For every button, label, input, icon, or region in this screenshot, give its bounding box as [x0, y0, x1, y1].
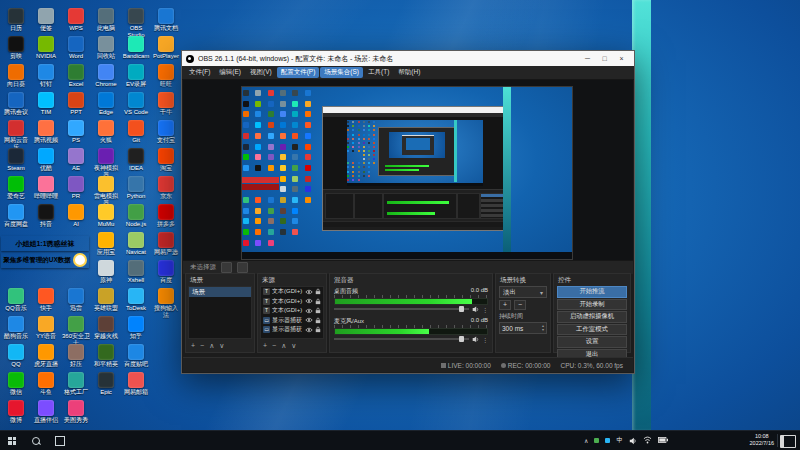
desktop-icon[interactable]: 迅雷 [62, 288, 90, 312]
move-source-down-button[interactable]: ∨ [291, 342, 296, 350]
desktop-icon-image[interactable] [38, 288, 54, 304]
desktop-icon-image[interactable] [68, 372, 84, 388]
desktop-icon-image[interactable] [38, 148, 54, 164]
desktop-icon[interactable]: 虎牙直播 [32, 344, 60, 368]
desktop-icon[interactable]: 此电脑 [92, 8, 120, 32]
move-source-up-button[interactable]: ∧ [281, 342, 286, 350]
desktop-icon[interactable]: Epic [92, 372, 120, 396]
desktop-banner-image[interactable]: 聚焦多维管理的UX数据 [1, 252, 89, 268]
menu-help[interactable]: 帮助(H) [394, 67, 424, 78]
desktop-icon[interactable]: 旺旺 [152, 64, 180, 88]
desktop-icon-image[interactable] [38, 36, 54, 52]
desktop-icon-image[interactable] [158, 204, 174, 220]
lock-icon[interactable] [237, 262, 248, 273]
desktop-icon[interactable]: 和平精英 [92, 344, 120, 368]
desktop-icon[interactable]: 网易邮箱 [122, 372, 150, 396]
desktop-icon[interactable]: 酷狗音乐 [2, 316, 30, 340]
desktop-icon[interactable]: Xshell [122, 260, 150, 284]
desktop-icon-image[interactable] [158, 36, 174, 52]
search-button[interactable] [24, 431, 48, 450]
desktop-icon[interactable]: 优酷 [32, 148, 60, 172]
desktop-icon-image[interactable] [68, 344, 84, 360]
desktop-icon-image[interactable] [68, 288, 84, 304]
desktop-icon-image[interactable] [158, 176, 174, 192]
desktop-banner-image[interactable]: 小姐姐1:1诱惑丝袜 [1, 236, 89, 251]
menu-tools[interactable]: 工具(T) [364, 67, 393, 78]
desktop-icon[interactable]: Steam [2, 148, 30, 172]
mixer-options-icon[interactable]: ⋮ [482, 336, 488, 343]
visibility-eye-icon[interactable] [305, 298, 313, 304]
desktop-icon[interactable]: Python [122, 176, 150, 200]
scene-item[interactable]: 场景 [189, 287, 251, 297]
desktop-icon-image[interactable] [8, 64, 24, 80]
desktop-icon-image[interactable] [128, 176, 144, 192]
input-method-indicator[interactable]: 中 [616, 436, 623, 445]
desktop-icon-image[interactable] [8, 36, 24, 52]
start-button[interactable] [0, 431, 24, 450]
desktop-icon-image[interactable] [128, 204, 144, 220]
move-scene-down-button[interactable]: ∨ [219, 342, 224, 350]
desktop-icon-image[interactable] [38, 92, 54, 108]
desktop-icon[interactable]: AI [62, 204, 90, 228]
desktop-icon-image[interactable] [8, 92, 24, 108]
desktop-icon-image[interactable] [98, 148, 114, 164]
visibility-eye-icon[interactable] [305, 308, 313, 314]
desktop-icon[interactable]: 夜神模拟器 [92, 148, 120, 179]
desktop-icon[interactable]: 搜狗输入法 [152, 288, 180, 319]
desktop-icon[interactable]: WPS [62, 8, 90, 32]
speaker-icon[interactable] [472, 306, 479, 313]
desktop-icon-image[interactable] [158, 120, 174, 136]
close-button[interactable]: × [613, 52, 630, 66]
menu-view[interactable]: 视图(V) [246, 67, 276, 78]
sources-list[interactable]: T文本(GDI+) 3T文本(GDI+) 2T文本(GDI+)▭显示器捕获 2▭… [260, 286, 324, 339]
desktop-icon[interactable]: 拼多多 [152, 204, 180, 228]
desktop-icon[interactable]: 抖音 [32, 204, 60, 228]
desktop-icon[interactable]: Git [122, 120, 150, 144]
desktop-icon-image[interactable] [38, 176, 54, 192]
desktop-icon[interactable]: 百度网盘 [2, 204, 30, 228]
desktop-icon-image[interactable] [38, 8, 54, 24]
desktop-icon[interactable]: 腾讯文档 [152, 8, 180, 32]
desktop-icon[interactable]: 剪映 [2, 36, 30, 60]
desktop-icon[interactable]: 便签 [32, 8, 60, 32]
desktop-icon[interactable]: 好压 [62, 344, 90, 368]
desktop-icon-image[interactable] [128, 120, 144, 136]
start-virtual-camera-button[interactable]: 启动虚拟摄像机 [557, 311, 627, 323]
duration-spinner[interactable]: 300 ms ▴▾ [499, 322, 547, 334]
desktop-icon-image[interactable] [8, 8, 24, 24]
desktop-icon-image[interactable] [98, 8, 114, 24]
desktop-icon[interactable]: PR [62, 176, 90, 200]
eye-icon[interactable] [221, 262, 232, 273]
desktop-icon-image[interactable] [158, 8, 174, 24]
start-recording-button[interactable]: 开始录制 [557, 299, 627, 311]
desktop-icon[interactable]: VS Code [122, 92, 150, 116]
desktop-icon-image[interactable] [158, 92, 174, 108]
source-row[interactable]: T文本(GDI+) [261, 306, 323, 316]
desktop-icon-image[interactable] [128, 64, 144, 80]
desktop-icon[interactable]: 360安全卫士 [62, 316, 90, 347]
desktop-icon-image[interactable] [128, 260, 144, 276]
desktop-icon[interactable]: 应用宝 [92, 232, 120, 256]
add-scene-button[interactable]: + [191, 342, 195, 349]
hidden-icons-chevron[interactable]: ∧ [584, 437, 588, 444]
desktop-icon[interactable]: 火狐 [92, 120, 120, 144]
desktop-icon-image[interactable] [8, 204, 24, 220]
volume-slider-knob[interactable] [459, 336, 464, 342]
menu-edit[interactable]: 编辑(E) [215, 67, 245, 78]
desktop-icon-image[interactable] [68, 148, 84, 164]
desktop-icon[interactable]: Chrome [92, 64, 120, 88]
desktop-icon-image[interactable] [8, 288, 24, 304]
desktop-icon-image[interactable] [98, 316, 114, 332]
desktop-icon-image[interactable] [98, 372, 114, 388]
desktop-icon[interactable]: 千牛 [152, 92, 180, 116]
desktop-icon[interactable]: 日历 [2, 8, 30, 32]
start-streaming-button[interactable]: 开始推流 [557, 286, 627, 298]
obs-preview-area[interactable] [183, 80, 633, 260]
desktop-icon[interactable]: Word [62, 36, 90, 60]
lock-icon[interactable] [315, 307, 321, 314]
desktop-icon[interactable]: QQ [2, 344, 30, 368]
desktop-icon-image[interactable] [38, 400, 54, 416]
desktop-icon-image[interactable] [68, 204, 84, 220]
desktop-icon[interactable]: 网易云音乐 [2, 120, 30, 151]
desktop-icon-image[interactable] [158, 232, 174, 248]
